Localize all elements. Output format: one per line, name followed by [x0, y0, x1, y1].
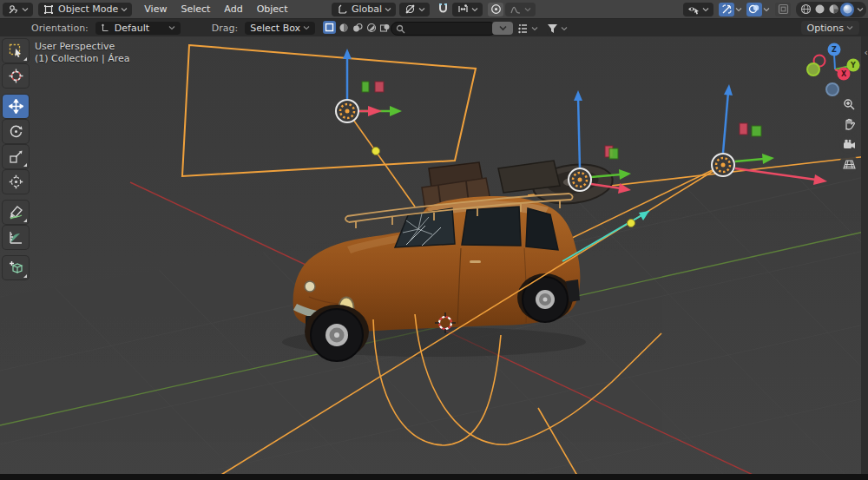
rendered-icon — [842, 3, 853, 15]
editor-3dview-icon — [7, 3, 19, 16]
chevron-down-icon — [168, 25, 175, 30]
svg-text:Y: Y — [850, 62, 856, 69]
pivot-point-dropdown[interactable] — [399, 3, 430, 16]
chevron-down-icon[interactable] — [857, 7, 864, 12]
filter-display-dropdown[interactable] — [517, 22, 538, 35]
zoom-icon — [843, 98, 855, 110]
active-collection-label: (1) Collection | Área — [35, 53, 130, 65]
tool-rotate[interactable] — [3, 120, 29, 143]
proportional-edit-toggle[interactable] — [488, 3, 503, 16]
add-cube-icon — [9, 260, 23, 275]
search-input[interactable] — [405, 23, 483, 35]
viewport-header: Object Mode View Select Add Object Globa… — [0, 0, 868, 19]
tool-transform[interactable] — [3, 170, 29, 194]
expand-panel-button[interactable] — [492, 22, 513, 35]
snap-toggle[interactable] — [435, 3, 450, 16]
visibility-eye-icon — [687, 3, 700, 16]
toggle-ortho-button[interactable] — [839, 155, 858, 174]
chevron-down-icon — [499, 25, 507, 31]
viewport-area: User Perspective (1) Collection | Área — [0, 36, 868, 480]
proportional-edit-icon — [490, 3, 502, 15]
shading-solid-button[interactable] — [812, 3, 826, 16]
scale-icon — [9, 149, 23, 164]
shading-material-button[interactable] — [826, 3, 840, 16]
menu-add[interactable]: Add — [217, 3, 249, 15]
shading-wireframe-button[interactable] — [799, 3, 812, 16]
options-dropdown[interactable]: Options — [801, 21, 859, 35]
rotate-icon — [9, 124, 23, 139]
mode-dropdown[interactable]: Object Mode — [38, 3, 132, 16]
hand-icon — [843, 118, 855, 130]
select-mode-intersect[interactable] — [378, 21, 391, 34]
pan-button[interactable] — [839, 115, 858, 134]
show-gizmo-icon — [721, 3, 733, 15]
viewport-canvas[interactable] — [0, 36, 868, 480]
select-mode-extend[interactable] — [337, 21, 350, 34]
funnel-icon — [547, 23, 558, 34]
tool-move[interactable] — [3, 95, 29, 118]
show-overlays-toggle[interactable] — [746, 3, 762, 16]
navigation-gizmo[interactable]: Z Y X — [806, 39, 865, 102]
transform-orientation-dropdown[interactable]: Global — [332, 3, 396, 16]
select-mode-set[interactable] — [323, 21, 336, 34]
camera-view-button[interactable] — [839, 135, 858, 154]
material-preview-icon — [828, 3, 839, 15]
select-mode-invert[interactable] — [365, 21, 378, 34]
tool-select-box[interactable] — [3, 39, 29, 62]
show-gizmo-toggle[interactable] — [719, 3, 734, 16]
snap-target-dropdown[interactable] — [452, 3, 483, 16]
drag-dropdown[interactable]: Select Box — [245, 22, 315, 35]
menu-object[interactable]: Object — [250, 3, 295, 15]
show-overlays-icon — [748, 3, 760, 15]
options-label: Options — [807, 23, 844, 34]
menu-view[interactable]: View — [137, 3, 174, 15]
chevron-down-icon[interactable] — [735, 7, 742, 12]
object-visibility-dropdown[interactable] — [683, 3, 713, 16]
view-perspective-label: User Perspective — [35, 41, 130, 53]
chevron-down-icon — [22, 7, 29, 12]
cursor-3d-icon — [9, 69, 23, 83]
tool-cursor[interactable] — [3, 64, 29, 88]
tool-add-cube[interactable] — [3, 256, 29, 279]
menu-select[interactable]: Select — [174, 3, 217, 15]
chevron-down-icon[interactable] — [763, 7, 770, 12]
light-handle-dot[interactable] — [628, 220, 635, 227]
editor-type-button[interactable] — [3, 3, 33, 16]
annotate-pen-icon — [9, 205, 23, 220]
select-set-icon — [325, 23, 334, 32]
light-handle-dot[interactable] — [372, 148, 380, 155]
camera-icon — [843, 139, 856, 150]
chevron-down-icon — [531, 26, 538, 31]
orientation-dropdown[interactable]: Default — [95, 22, 181, 35]
transform-icon — [9, 174, 23, 189]
toggle-xray-icon — [778, 3, 789, 15]
search-box[interactable] — [391, 22, 496, 36]
tool-measure[interactable] — [3, 226, 29, 249]
shading-rendered-button[interactable] — [840, 3, 854, 16]
select-intersect-icon — [379, 23, 391, 33]
tool-scale[interactable] — [3, 145, 29, 168]
orientation-axes-icon — [101, 23, 110, 33]
select-mode-subtract[interactable] — [351, 21, 364, 34]
tool-annotate[interactable] — [3, 201, 29, 224]
viewport-right-edge — [861, 36, 868, 480]
gizmo-axis-z-neg[interactable] — [826, 83, 838, 95]
chevron-down-icon — [121, 7, 128, 12]
gizmo-axis-y-neg[interactable] — [807, 63, 819, 76]
chevron-down-icon — [303, 25, 310, 30]
tool-shelf — [3, 39, 29, 281]
select-box-icon — [9, 43, 23, 58]
solid-icon — [814, 3, 825, 15]
chevron-down-icon — [385, 7, 391, 12]
toggle-xray[interactable] — [775, 3, 791, 16]
chevron-down-icon — [471, 7, 478, 12]
subtool-indicator — [23, 274, 27, 278]
sidebar-toggle[interactable]: ‹ — [865, 47, 868, 58]
move-icon — [9, 99, 23, 114]
zoom-button[interactable] — [839, 95, 858, 114]
header-right-cluster — [680, 2, 866, 16]
select-subtract-icon — [352, 23, 363, 33]
filter-dropdown[interactable] — [547, 22, 568, 35]
falloff-dropdown[interactable] — [505, 3, 536, 16]
orientation-value: Default — [115, 23, 166, 34]
